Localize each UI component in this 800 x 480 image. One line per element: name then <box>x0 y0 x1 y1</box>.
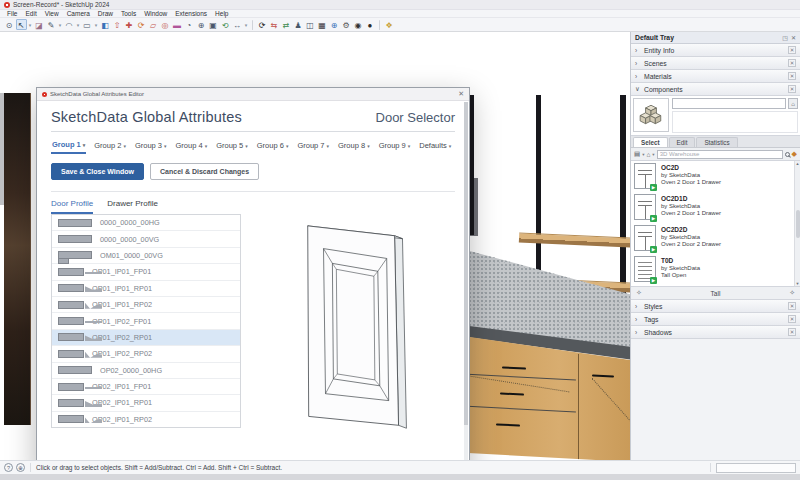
pin-icon[interactable]: ◳ <box>782 34 788 41</box>
component-list-item[interactable]: ▶ OC2D1D by SketchData Oven 2 Door 1 Dra… <box>631 192 800 223</box>
menu-item[interactable]: Window <box>140 10 171 18</box>
components-panel-header[interactable]: ∨ Components ✕ <box>631 83 800 96</box>
menu-item[interactable]: Extensions <box>171 10 211 18</box>
cancel-discard-button[interactable]: Cancel & Discard Changes <box>150 163 259 180</box>
menu-item[interactable]: Tools <box>117 10 140 18</box>
model-viewport[interactable]: SketchData Global Attributes Editor ✕ Sk… <box>0 32 630 460</box>
display-options-icon[interactable]: ▤ <box>634 150 640 158</box>
nav-next-icon[interactable]: ✧ <box>789 289 795 297</box>
dialog-close-icon[interactable]: ✕ <box>458 90 464 98</box>
profile-tab[interactable]: Drawer Profile <box>107 199 158 214</box>
profile-list-item[interactable]: OP02_IP01_RP02 <box>52 412 240 428</box>
push-pull-icon[interactable]: ⇧ <box>112 19 123 30</box>
rectangle-tool-icon[interactable]: ▭ <box>82 19 93 30</box>
close-icon[interactable]: ✕ <box>791 34 796 41</box>
tray-panel-header[interactable]: › Scenes ✕ <box>631 57 800 70</box>
menu-item[interactable]: Help <box>211 10 232 18</box>
panel-close-icon[interactable]: ✕ <box>788 72 796 80</box>
paint-bucket-icon[interactable]: ◧ <box>100 19 111 30</box>
scrollbar-thumb[interactable] <box>796 210 800 238</box>
component-list-item[interactable]: ▶ OC2D by SketchData Oven 2 Door 1 Drawe… <box>631 161 800 192</box>
geolocation-globe-icon[interactable]: ⊕ <box>329 19 340 30</box>
warehouse-icon[interactable]: ◆ <box>792 150 797 158</box>
in-model-icon[interactable]: ⌂ <box>646 151 650 158</box>
tray-panel-header[interactable]: › Entity Info ✕ <box>631 44 800 57</box>
previous-view-icon[interactable]: ⇆ <box>269 19 280 30</box>
profile-list-item[interactable]: OP01_IP01_RP01 <box>52 281 240 297</box>
menu-item[interactable]: Camera <box>63 10 94 18</box>
zoom-tool-icon[interactable]: ⊕ <box>196 19 207 30</box>
eraser-tool-icon[interactable]: ◪ <box>34 19 45 30</box>
menu-item[interactable]: Edit <box>21 10 40 18</box>
profile-list-item[interactable]: OP01_IP02_RP01 <box>52 330 240 346</box>
measurements-input[interactable] <box>716 463 796 473</box>
toolbar-separator[interactable] <box>252 20 253 30</box>
group-tab[interactable]: Group 7 ▾ <box>296 137 330 154</box>
dropdown-caret-icon[interactable]: ▾ <box>244 19 249 30</box>
sphere-icon[interactable]: ● <box>365 19 376 30</box>
settings-gear-icon[interactable]: ⚙ <box>341 19 352 30</box>
extension-cube-icon[interactable]: ❖ <box>384 19 395 30</box>
group-tab[interactable]: Group 6 ▾ <box>256 137 290 154</box>
group-tab[interactable]: Group 1 ▾ <box>51 137 86 154</box>
component-list-item[interactable]: ▶ T0D by SketchData Tall Open <box>631 254 800 285</box>
section-plane-icon[interactable]: ◫ <box>305 19 316 30</box>
orbit-icon[interactable]: ⟳ <box>257 19 268 30</box>
profile-list-item[interactable]: OP01_IP01_FP01 <box>52 264 240 280</box>
tray-panel-header[interactable]: › Tags ✕ <box>631 313 800 326</box>
tray-panel-header[interactable]: › Styles ✕ <box>631 300 800 313</box>
warehouse-search-input[interactable] <box>657 150 783 159</box>
components-tab[interactable]: Select <box>633 137 668 147</box>
group-tab[interactable]: Defaults ▾ <box>418 137 452 154</box>
dropdown-caret-icon[interactable]: ▾ <box>94 19 99 30</box>
panel-close-icon[interactable]: ✕ <box>788 59 796 67</box>
pan-tool-icon[interactable]: ↔ <box>232 19 243 30</box>
profile-list-item[interactable]: OP02_IP01_FP01 <box>52 379 240 395</box>
component-list-item[interactable]: ▶ OC2D2D by SketchData Oven 2 Door 2 Dra… <box>631 223 800 254</box>
dropdown-caret-icon[interactable]: ▾ <box>58 19 63 30</box>
group-tab[interactable]: Group 9 ▾ <box>378 137 412 154</box>
scroll-up-icon[interactable]: ▲ <box>796 161 800 166</box>
components-scrollbar[interactable]: ▲ ▼ <box>794 161 800 286</box>
component-list-item[interactable]: ▶ T1D <box>631 285 800 287</box>
in-model-icon[interactable]: ⌂ <box>788 98 798 109</box>
scale-tool-icon[interactable]: ▱ <box>148 19 159 30</box>
components-tab[interactable]: Statistics <box>696 137 737 147</box>
profile-list-item[interactable]: 0000_0000_00HG <box>52 215 240 231</box>
group-tab[interactable]: Group 4 ▾ <box>175 137 209 154</box>
tray-panel-header[interactable]: › Shadows ✕ <box>631 326 800 339</box>
tape-measure-icon[interactable]: ▬ <box>172 19 183 30</box>
move-tool-icon[interactable]: ✚ <box>124 19 135 30</box>
group-tab[interactable]: Group 2 ▾ <box>93 137 127 154</box>
dropdown-caret-icon[interactable]: ▾ <box>28 19 33 30</box>
scrollbar-thumb[interactable] <box>464 102 468 425</box>
scenes-table-icon[interactable]: ▦ <box>317 19 328 30</box>
help-circle-icon[interactable]: ◉ <box>353 19 364 30</box>
zoom-extents-icon[interactable]: ▣ <box>208 19 219 30</box>
profile-tab[interactable]: Door Profile <box>51 199 93 214</box>
menu-item[interactable]: View <box>41 10 63 18</box>
panel-close-icon[interactable]: ✕ <box>788 46 796 54</box>
save-close-button[interactable]: Save & Close Window <box>51 163 144 180</box>
chevron-down-icon[interactable]: ▾ <box>652 152 654 157</box>
line-tool-icon[interactable]: ✎ <box>46 19 57 30</box>
group-tab[interactable]: Group 3 ▾ <box>134 137 168 154</box>
walk-tool-icon[interactable]: ♟ <box>293 19 304 30</box>
geolocation-icon[interactable]: ⊕ <box>16 463 25 472</box>
tray-panel-header[interactable]: › Materials ✕ <box>631 70 800 83</box>
component-name-input[interactable] <box>672 98 786 109</box>
panel-close-icon[interactable]: ✕ <box>788 85 796 93</box>
dropdown-caret-icon[interactable]: ▾ <box>76 19 81 30</box>
profile-list-item[interactable]: OP01_IP02_RP02 <box>52 346 240 362</box>
rotate-tool-icon[interactable]: ⟳ <box>136 19 147 30</box>
help-icon[interactable]: ? <box>4 463 13 472</box>
profile-list-item[interactable]: OP01_IP01_RP02 <box>52 297 240 313</box>
profile-list-item[interactable]: OM01_0000_00VG <box>52 248 240 264</box>
panel-close-icon[interactable]: ✕ <box>788 315 796 323</box>
dialog-titlebar[interactable]: SketchData Global Attributes Editor ✕ <box>37 88 469 101</box>
arc-tool-icon[interactable]: ◠ <box>64 19 75 30</box>
search-tool-icon[interactable]: ⊙ <box>4 19 15 30</box>
profile-list-item[interactable]: 0000_0000_00VG <box>52 231 240 247</box>
next-view-icon[interactable]: ⇄ <box>281 19 292 30</box>
protractor-icon[interactable]: ◔ <box>184 19 195 30</box>
